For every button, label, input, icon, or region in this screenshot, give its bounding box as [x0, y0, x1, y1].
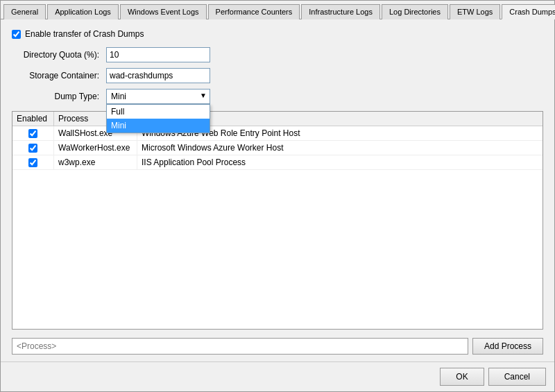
row-enabled-checkbox[interactable] [28, 144, 37, 153]
row-enabled-checkbox[interactable] [28, 129, 37, 138]
row-enabled-cell [12, 141, 54, 155]
dump-type-selected[interactable]: Mini ▼ [106, 89, 210, 104]
tab-crash-dumps[interactable]: Crash Dumps [502, 4, 555, 19]
table-body: WallSHost.exeWindows Azure Web Role Entr… [12, 126, 543, 329]
add-process-button[interactable]: Add Process [472, 338, 543, 355]
dump-type-dropdown-container: Mini ▼ FullMini [106, 89, 210, 104]
dialog-footer: OK Cancel [1, 361, 554, 391]
tab-windows-event-logs[interactable]: Windows Event Logs [120, 4, 207, 19]
row-name-cell: Microsoft Windows Azure Worker Host [137, 141, 543, 155]
row-enabled-cell [12, 126, 54, 140]
enable-row: Enable transfer of Crash Dumps [12, 29, 543, 39]
directory-quota-input[interactable] [106, 47, 210, 62]
tab-general[interactable]: General [3, 4, 46, 19]
tab-performance-counters[interactable]: Performance Counters [208, 4, 300, 19]
storage-container-input[interactable] [106, 68, 210, 83]
process-table-container: EnabledProcessName WallSHost.exeWindows … [12, 111, 543, 330]
row-enabled-cell [12, 155, 54, 169]
tab-log-directories[interactable]: Log Directories [382, 4, 448, 19]
directory-quota-label: Directory Quota (%): [12, 50, 102, 60]
cancel-button[interactable]: Cancel [488, 368, 546, 386]
form-grid: Directory Quota (%): Storage Container: … [12, 47, 543, 104]
bottom-row: Add Process [12, 338, 543, 355]
row-name-cell: IIS Application Pool Process [137, 155, 543, 169]
table-header-enabled: Enabled [12, 112, 54, 126]
dump-type-label: Dump Type: [12, 92, 102, 101]
dropdown-option-mini[interactable]: Mini [107, 119, 210, 133]
table-row: WallSHost.exeWindows Azure Web Role Entr… [12, 126, 543, 141]
ok-button[interactable]: OK [440, 368, 484, 386]
row-enabled-checkbox[interactable] [28, 158, 37, 167]
storage-container-label: Storage Container: [12, 71, 102, 80]
enable-label: Enable transfer of Crash Dumps [25, 29, 144, 39]
tab-bar: GeneralApplication LogsWindows Event Log… [1, 1, 554, 19]
tab-application-logs[interactable]: Application Logs [47, 4, 119, 19]
row-process-cell: WaWorkerHost.exe [54, 141, 137, 155]
tab-infrastructure-logs[interactable]: Infrastructure Logs [301, 4, 380, 19]
process-input[interactable] [12, 338, 468, 355]
table-header: EnabledProcessName [12, 112, 543, 126]
content-area: Enable transfer of Crash Dumps Directory… [1, 19, 554, 361]
table-row: WaWorkerHost.exeMicrosoft Windows Azure … [12, 141, 543, 155]
dialog: GeneralApplication LogsWindows Event Log… [0, 0, 555, 392]
dropdown-arrow-icon: ▼ [200, 92, 207, 99]
enable-checkbox[interactable] [12, 30, 21, 39]
table-row: w3wp.exeIIS Application Pool Process [12, 155, 543, 170]
dump-type-dropdown[interactable]: Mini ▼ FullMini [106, 89, 210, 104]
dump-type-options: FullMini [106, 104, 210, 133]
dropdown-option-full[interactable]: Full [107, 105, 210, 119]
tab-etw-logs[interactable]: ETW Logs [450, 4, 500, 19]
row-process-cell: w3wp.exe [54, 155, 137, 169]
